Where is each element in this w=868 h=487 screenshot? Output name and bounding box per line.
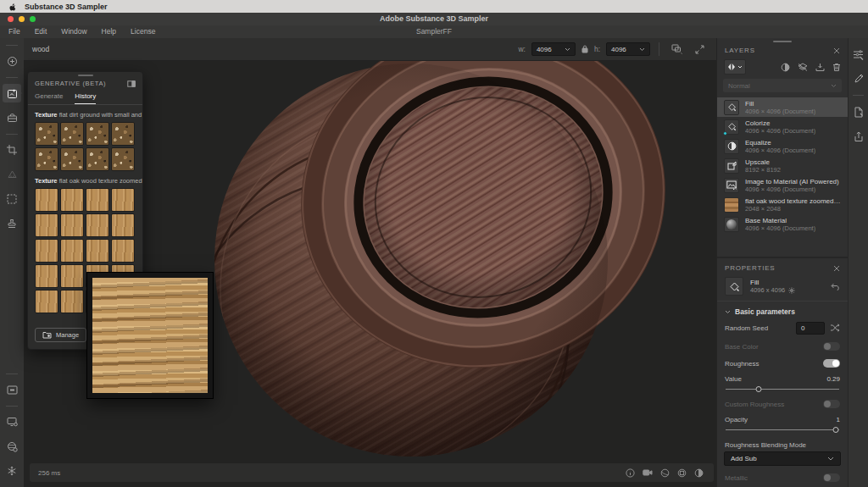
selected-layer-size: 4096 x 4096 [750,286,785,294]
wood-texture-thumbnail[interactable] [111,239,135,263]
layer-row-base-material[interactable]: Base Material4096 × 4096 (Document) [717,214,848,234]
apple-icon[interactable] [8,3,16,11]
image-layer-icon [724,178,739,193]
wood-texture-thumbnail[interactable] [35,188,58,212]
generative-tool-button[interactable] [3,84,21,102]
wood-texture-thumbnail[interactable] [35,213,58,237]
dirt-texture-thumbnail[interactable] [111,147,135,171]
flatten-layers-icon[interactable] [798,63,808,72]
wood-texture-thumbnail[interactable] [60,239,84,263]
document-notes-button[interactable] [850,103,867,120]
wood-texture-thumbnail[interactable] [111,188,135,212]
shelf-panel-button[interactable] [3,380,21,399]
chevron-down-icon [831,84,837,88]
orbit-camera-icon[interactable] [660,468,670,478]
measure-tool-button[interactable] [3,165,21,184]
roughness-blending-mode-select[interactable]: Add Sub [724,451,841,466]
environment-icon[interactable] [677,468,687,478]
divider [6,374,18,374]
marquee-select-tool-button[interactable] [3,190,21,208]
layer-row-upscale[interactable]: Upscale8192 × 8192 [717,156,848,175]
chevron-down-icon [827,457,834,461]
snowflake-icon[interactable] [3,462,21,480]
export-layer-icon[interactable] [815,63,825,72]
dirt-texture-thumbnail[interactable] [86,147,109,171]
add-adjustment-layer-button[interactable] [724,59,746,75]
wood-texture-thumbnail[interactable] [60,264,84,288]
camera-icon[interactable] [643,468,653,478]
expand-viewport-button[interactable] [691,42,708,57]
wood-texture-thumbnail[interactable] [86,239,109,263]
macos-menubar: Substance 3D Sampler [0,0,868,13]
dirt-texture-thumbnail[interactable] [35,147,58,171]
delete-layer-icon[interactable] [832,63,841,72]
value-slider[interactable] [726,385,839,393]
window-title: Adobe Substance 3D Sampler [0,13,868,25]
roughness-toggle[interactable] [823,359,840,368]
display-settings-button[interactable] [3,412,21,431]
layer-name: Image to Material (AI Powered) [745,178,839,185]
stamp-tool-button[interactable] [3,214,21,233]
custom-roughness-toggle[interactable] [823,400,840,408]
layer-size: 4096 × 4096 (Document) [745,224,815,232]
assets-tool-button[interactable] [3,108,21,127]
tab-generate[interactable]: Generate [35,92,63,104]
wood-texture-thumbnail[interactable] [111,213,135,237]
wood-texture-thumbnail[interactable] [35,239,58,263]
edit-tool-button[interactable] [850,70,867,87]
value-number[interactable]: 0.29 [826,375,840,383]
wood-texture-thumbnail[interactable] [60,213,84,237]
macos-app-name[interactable]: Substance 3D Sampler [25,3,108,11]
layer-row-image-to-material-ai-powered-[interactable]: Image to Material (AI Powered)4096 × 409… [717,175,848,195]
dirt-texture-thumbnail[interactable] [35,122,58,146]
layer-row-fill[interactable]: Fill4096 × 4096 (Document) [717,97,848,117]
opacity-number[interactable]: 1 [837,416,840,423]
layer-row-colorize[interactable]: Colorize4096 × 4096 (Document) [717,117,848,136]
random-seed-input[interactable]: 0 [796,322,825,335]
layer-row-flat-oak-wood-texture-zoomed-o[interactable]: flat oak wood texture zoomed out_1370662… [717,195,848,214]
metallic-toggle[interactable] [823,473,840,482]
dirt-texture-thumbnail[interactable] [86,122,109,146]
base-color-toggle[interactable] [823,342,840,351]
blend-mode-select[interactable]: Normal [723,79,842,92]
texture-preview-popup [87,273,213,398]
tab-history[interactable]: History [75,92,96,104]
height-select[interactable]: 4096 [606,42,650,56]
dirt-texture-thumbnail[interactable] [111,122,135,146]
wood-texture-thumbnail[interactable] [35,290,58,313]
info-icon[interactable] [626,468,635,478]
contrast-adjustment-icon[interactable] [781,63,790,72]
lock-ratio-icon[interactable] [581,45,588,53]
wood-texture-thumbnail[interactable] [60,188,84,212]
dirt-texture-thumbnail[interactable] [60,122,84,146]
crop-tool-button[interactable] [3,141,21,159]
gear-icon[interactable] [788,287,795,294]
wood-texture-thumbnail[interactable] [86,188,109,212]
texture-group-label: Texture flat oak wood texture zoomed out… [28,171,142,188]
reset-properties-icon[interactable] [830,283,840,291]
dirt-texture-thumbnail[interactable] [60,147,84,171]
resize-canvas-button[interactable] [668,42,685,57]
basic-parameters-section[interactable]: Basic parameters [717,302,848,318]
render-mode-icon[interactable] [694,468,704,478]
wood-texture-thumbnail[interactable] [86,213,109,237]
manage-button[interactable]: Manage [35,328,86,342]
prompt-text[interactable]: wood [32,45,49,53]
opacity-slider[interactable] [726,426,839,434]
close-icon[interactable] [833,265,840,272]
share-export-button[interactable] [850,128,867,145]
metallic-label: Metallic [725,474,748,482]
width-select[interactable]: 4096 [531,42,576,56]
panel-dock-icon[interactable] [127,80,136,87]
layers-filters-panel-button[interactable] [850,46,867,63]
shuffle-icon[interactable] [830,324,840,332]
wood-texture-thumbnail[interactable] [60,290,84,313]
wood-texture-thumbnail[interactable] [35,264,58,288]
viewport-sphere-settings-button[interactable] [3,437,21,456]
close-icon[interactable] [833,47,840,54]
add-resource-button[interactable] [3,52,21,70]
value-label: Value [725,375,742,383]
texture-grid-dirt [28,122,142,171]
custom-roughness-label: Custom Roughness [725,401,784,408]
layer-row-equalize[interactable]: Equalize4096 × 4096 (Document) [717,136,848,156]
